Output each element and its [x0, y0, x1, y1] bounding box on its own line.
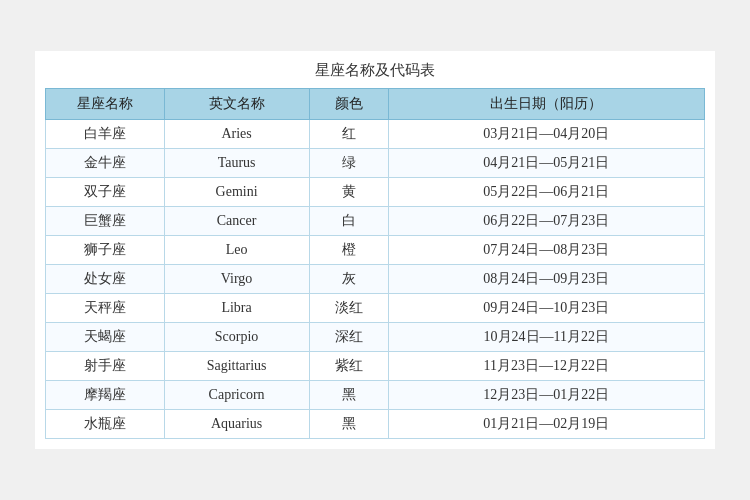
- cell-color: 紫红: [309, 352, 388, 381]
- cell-name: 天秤座: [46, 294, 165, 323]
- cell-name: 金牛座: [46, 149, 165, 178]
- page-title: 星座名称及代码表: [45, 61, 705, 80]
- cell-english: Scorpio: [164, 323, 309, 352]
- cell-date: 11月23日—12月22日: [388, 352, 704, 381]
- cell-color: 橙: [309, 236, 388, 265]
- cell-name: 巨蟹座: [46, 207, 165, 236]
- header-birthday: 出生日期（阳历）: [388, 89, 704, 120]
- table-row: 巨蟹座 Cancer 白 06月22日—07月23日: [46, 207, 705, 236]
- table-row: 射手座 Sagittarius 紫红 11月23日—12月22日: [46, 352, 705, 381]
- cell-english: Cancer: [164, 207, 309, 236]
- cell-color: 绿: [309, 149, 388, 178]
- cell-date: 07月24日—08月23日: [388, 236, 704, 265]
- cell-english: Leo: [164, 236, 309, 265]
- cell-color: 深红: [309, 323, 388, 352]
- cell-color: 灰: [309, 265, 388, 294]
- cell-date: 06月22日—07月23日: [388, 207, 704, 236]
- header-name: 星座名称: [46, 89, 165, 120]
- zodiac-table: 星座名称 英文名称 颜色 出生日期（阳历） 白羊座 Aries 红 03月21日…: [45, 88, 705, 439]
- cell-date: 09月24日—10月23日: [388, 294, 704, 323]
- cell-english: Aries: [164, 120, 309, 149]
- cell-english: Capricorn: [164, 381, 309, 410]
- cell-color: 黄: [309, 178, 388, 207]
- table-row: 天秤座 Libra 淡红 09月24日—10月23日: [46, 294, 705, 323]
- cell-english: Sagittarius: [164, 352, 309, 381]
- header-color: 颜色: [309, 89, 388, 120]
- table-row: 水瓶座 Aquarius 黑 01月21日—02月19日: [46, 410, 705, 439]
- table-row: 双子座 Gemini 黄 05月22日—06月21日: [46, 178, 705, 207]
- table-row: 白羊座 Aries 红 03月21日—04月20日: [46, 120, 705, 149]
- cell-name: 摩羯座: [46, 381, 165, 410]
- cell-name: 白羊座: [46, 120, 165, 149]
- cell-english: Gemini: [164, 178, 309, 207]
- cell-date: 01月21日—02月19日: [388, 410, 704, 439]
- cell-date: 03月21日—04月20日: [388, 120, 704, 149]
- header-english: 英文名称: [164, 89, 309, 120]
- cell-name: 天蝎座: [46, 323, 165, 352]
- cell-name: 狮子座: [46, 236, 165, 265]
- cell-english: Libra: [164, 294, 309, 323]
- cell-date: 05月22日—06月21日: [388, 178, 704, 207]
- cell-color: 黑: [309, 381, 388, 410]
- cell-color: 白: [309, 207, 388, 236]
- table-row: 狮子座 Leo 橙 07月24日—08月23日: [46, 236, 705, 265]
- cell-english: Virgo: [164, 265, 309, 294]
- cell-date: 10月24日—11月22日: [388, 323, 704, 352]
- cell-english: Aquarius: [164, 410, 309, 439]
- cell-date: 04月21日—05月21日: [388, 149, 704, 178]
- table-row: 摩羯座 Capricorn 黑 12月23日—01月22日: [46, 381, 705, 410]
- cell-date: 12月23日—01月22日: [388, 381, 704, 410]
- cell-name: 处女座: [46, 265, 165, 294]
- cell-name: 射手座: [46, 352, 165, 381]
- main-container: 星座名称及代码表 星座名称 英文名称 颜色 出生日期（阳历） 白羊座 Aries…: [35, 51, 715, 449]
- cell-color: 红: [309, 120, 388, 149]
- cell-english: Taurus: [164, 149, 309, 178]
- cell-color: 黑: [309, 410, 388, 439]
- cell-color: 淡红: [309, 294, 388, 323]
- table-row: 天蝎座 Scorpio 深红 10月24日—11月22日: [46, 323, 705, 352]
- table-row: 金牛座 Taurus 绿 04月21日—05月21日: [46, 149, 705, 178]
- table-row: 处女座 Virgo 灰 08月24日—09月23日: [46, 265, 705, 294]
- cell-date: 08月24日—09月23日: [388, 265, 704, 294]
- cell-name: 水瓶座: [46, 410, 165, 439]
- cell-name: 双子座: [46, 178, 165, 207]
- table-header-row: 星座名称 英文名称 颜色 出生日期（阳历）: [46, 89, 705, 120]
